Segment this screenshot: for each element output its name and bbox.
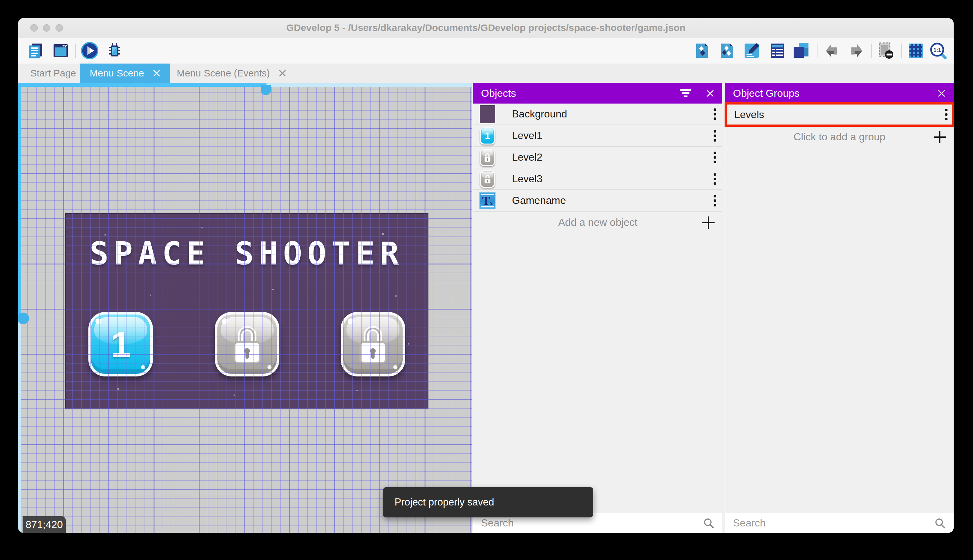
stars-decoration xyxy=(66,214,67,215)
tab-menu-scene-events[interactable]: Menu Scene (Events) xyxy=(167,63,296,83)
redo-icon[interactable] xyxy=(848,42,866,60)
plus-icon[interactable] xyxy=(934,131,946,143)
object-row-level3[interactable]: Level3 xyxy=(473,168,722,190)
vertical-scroll-thumb[interactable] xyxy=(18,313,29,324)
scene-editor-canvas[interactable]: SPACE SHOOTER 1 xyxy=(18,83,472,533)
add-object-label: Add a new object xyxy=(473,217,722,228)
object-name: Level1 xyxy=(512,130,713,142)
level2-thumbnail xyxy=(479,148,496,167)
close-tab-icon[interactable] xyxy=(152,69,161,77)
horizontal-scroll-thumb[interactable] xyxy=(261,85,271,95)
zoom-original-icon[interactable]: 1:1 xyxy=(929,42,947,60)
shine-dot xyxy=(141,365,145,369)
close-tab-icon[interactable] xyxy=(278,69,287,77)
level3-object-instance[interactable] xyxy=(341,312,405,377)
gdevelop-window: GDevelop 5 - /Users/dkarakay/Documents/G… xyxy=(18,18,954,533)
vertical-scrollbar[interactable] xyxy=(18,83,21,533)
shine-dot xyxy=(95,318,101,324)
toolbar-divider xyxy=(901,43,902,58)
add-group-label: Click to add a group xyxy=(725,131,954,143)
object-row-level1[interactable]: 1 Level1 xyxy=(473,125,722,147)
shine-dot xyxy=(267,365,272,369)
toolbar-divider xyxy=(871,43,872,58)
edit-scene-icon[interactable] xyxy=(743,42,761,60)
group-menu-icon[interactable] xyxy=(945,107,948,122)
object-menu-icon[interactable] xyxy=(713,193,716,208)
objects-panel-header: Objects xyxy=(473,83,722,103)
tab-label: Menu Scene (Events) xyxy=(177,68,270,79)
shine-dot xyxy=(393,365,397,369)
editor-content: SPACE SHOOTER 1 xyxy=(18,83,954,533)
filter-icon[interactable] xyxy=(680,88,691,98)
level1-thumbnail: 1 xyxy=(479,127,496,145)
tab-label: Menu Scene xyxy=(90,68,144,79)
layers-icon[interactable] xyxy=(792,42,810,60)
add-group-row[interactable]: Click to add a group xyxy=(725,126,954,148)
background-object-instance[interactable]: SPACE SHOOTER 1 xyxy=(66,214,428,409)
scene-properties-icon[interactable] xyxy=(768,42,786,60)
cursor-coordinates-readout: 871;420 xyxy=(23,516,66,533)
object-groups-panel: Object Groups Levels Click to add a grou… xyxy=(725,83,954,533)
titlebar: GDevelop 5 - /Users/dkarakay/Documents/G… xyxy=(18,18,954,37)
group-row-levels[interactable]: Levels xyxy=(725,103,954,126)
toolbar-divider xyxy=(75,43,76,58)
tab-start-page[interactable]: Start Page xyxy=(21,63,86,83)
debugger-icon[interactable] xyxy=(105,42,123,60)
horizontal-scrollbar[interactable] xyxy=(18,83,472,87)
background-thumbnail xyxy=(479,105,496,123)
svg-text:1:1: 1:1 xyxy=(933,47,941,53)
tabbar: Start Page Menu Scene Menu Scene (Events… xyxy=(18,63,954,83)
shine-dot xyxy=(222,318,228,324)
objects-panel: Objects Background 1 Level1 Level2 xyxy=(473,83,722,533)
object-row-gamename[interactable]: Tx Gamename xyxy=(473,190,722,212)
level2-object-instance[interactable] xyxy=(215,312,279,377)
tab-label: Start Page xyxy=(30,68,76,79)
gamename-text-object[interactable]: SPACE SHOOTER xyxy=(66,235,428,272)
object-row-level2[interactable]: Level2 xyxy=(473,147,722,168)
padlock-icon xyxy=(230,323,264,365)
object-groups-icon[interactable] xyxy=(718,42,736,60)
object-name: Level2 xyxy=(512,151,713,163)
search-icon xyxy=(934,517,946,529)
close-panel-icon[interactable] xyxy=(706,89,715,98)
level1-number: 1 xyxy=(111,323,131,365)
group-name: Levels xyxy=(731,109,945,121)
level1-object-instance[interactable]: 1 xyxy=(88,312,153,377)
plus-icon[interactable] xyxy=(702,217,715,229)
toggle-grid-icon[interactable] xyxy=(907,42,925,60)
object-name: Background xyxy=(512,108,713,120)
objects-panel-title: Objects xyxy=(481,87,680,99)
shine-dot xyxy=(348,318,353,324)
toggle-window-mask-icon[interactable] xyxy=(877,42,895,60)
object-menu-icon[interactable] xyxy=(713,150,716,165)
undo-icon[interactable] xyxy=(823,42,841,60)
launch-preview-icon[interactable] xyxy=(81,42,99,60)
add-object-row[interactable]: Add a new object xyxy=(473,212,722,233)
object-name: Gamename xyxy=(512,195,713,207)
toast-message: Project properly saved xyxy=(395,497,494,508)
close-panel-icon[interactable] xyxy=(937,89,946,98)
padlock-icon xyxy=(356,323,390,365)
object-groups-panel-header: Object Groups xyxy=(725,83,954,103)
window-title: GDevelop 5 - /Users/dkarakay/Documents/G… xyxy=(18,18,954,37)
object-groups-panel-title: Object Groups xyxy=(733,87,937,99)
search-icon xyxy=(703,517,715,529)
objects-search-input[interactable] xyxy=(481,517,703,529)
preview-window-icon[interactable] xyxy=(52,42,70,60)
toolbar: 1:1 xyxy=(18,38,954,63)
object-menu-icon[interactable] xyxy=(713,107,716,121)
groups-search-bar xyxy=(725,513,954,533)
tab-menu-scene[interactable]: Menu Scene xyxy=(80,63,170,83)
object-menu-icon[interactable] xyxy=(713,129,716,143)
object-menu-icon[interactable] xyxy=(713,172,716,186)
groups-search-input[interactable] xyxy=(733,517,934,529)
toolbar-divider xyxy=(817,43,818,58)
save-toast: Project properly saved xyxy=(383,487,593,517)
project-manager-icon[interactable] xyxy=(27,42,45,60)
object-name: Level3 xyxy=(512,173,713,185)
gamename-thumbnail: Tx xyxy=(479,191,496,210)
object-row-background[interactable]: Background xyxy=(473,103,722,125)
level3-thumbnail xyxy=(479,170,496,188)
add-object-icon[interactable] xyxy=(693,42,711,60)
